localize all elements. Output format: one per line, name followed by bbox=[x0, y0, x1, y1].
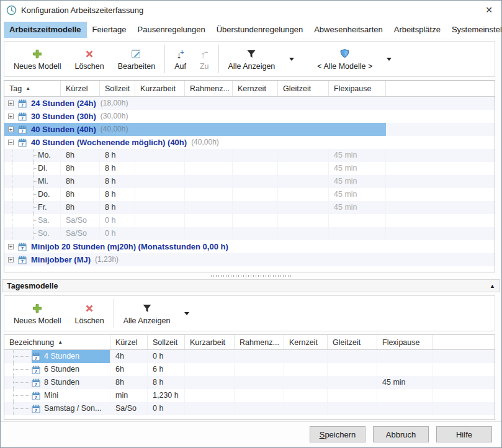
model-row[interactable]: +7Minijob 20 Stunden (mj20h) (Monatsstun… bbox=[4, 240, 495, 253]
column-header-rahmenz[interactable]: Rahmenz... bbox=[185, 81, 233, 96]
expand-box-icon[interactable]: + bbox=[8, 101, 14, 106]
row-main: Fr.8h8 h45 min bbox=[4, 201, 386, 214]
day-row[interactable]: Fr.8h8 h45 min bbox=[4, 201, 495, 214]
delete-model-label: Löschen bbox=[74, 62, 104, 71]
cell-kuerzel: 8h bbox=[61, 149, 100, 162]
column-header-kernzeit[interactable]: Kernzeit bbox=[284, 335, 328, 349]
tab-arbeitszeitmodelle[interactable]: Arbeitszeitmodelle bbox=[4, 22, 87, 38]
cell-sollzeit: 1,230 h bbox=[148, 389, 185, 402]
model-row[interactable]: −740 Stunden (Wochenende möglich) (40h)(… bbox=[4, 136, 495, 149]
cancel-button[interactable]: Abbruch bbox=[373, 426, 429, 442]
column-header-flexipause[interactable]: Flexipause bbox=[329, 81, 386, 96]
column-header-kurzarbeit[interactable]: Kurzarbeit bbox=[185, 335, 235, 349]
svg-text:7: 7 bbox=[35, 408, 37, 412]
collapse-box-icon[interactable]: − bbox=[8, 140, 14, 145]
cell-rahmenzeit bbox=[185, 188, 233, 201]
table-row[interactable]: 7Samstag / Son...Sa/So0 h bbox=[4, 402, 495, 415]
cell-sollzeit: 0 h bbox=[148, 350, 185, 363]
tab-feiertage[interactable]: Feiertage bbox=[87, 22, 132, 38]
cell-sollzeit: 8 h bbox=[100, 149, 135, 162]
save-button[interactable]: Speichern bbox=[310, 426, 365, 442]
column-header-tag[interactable]: Tag▲ bbox=[4, 81, 61, 96]
day-name: Di. bbox=[38, 164, 47, 172]
tab-abwesenheitsarten[interactable]: Abwesenheitsarten bbox=[308, 22, 388, 38]
model-row[interactable]: +740 Stunden (40h)(40,00h) bbox=[4, 123, 495, 136]
tab-systemeinstellungen[interactable]: Systemeinstellungen bbox=[446, 22, 502, 38]
column-header-sollzeit[interactable]: Sollzeit bbox=[148, 335, 185, 349]
cell-tag: Mi. bbox=[4, 175, 61, 188]
tab-bar: ArbeitszeitmodelleFeiertagePausenregelun… bbox=[1, 19, 501, 38]
tagesmodelle-table: Bezeichnung▲KürzelSollzeitKurzarbeitRahm… bbox=[4, 334, 495, 420]
delete-day-model-button[interactable]: Löschen bbox=[68, 297, 110, 329]
filter-button[interactable]: Alle Anzeigen bbox=[222, 43, 282, 75]
cell-gleitzeit bbox=[278, 162, 329, 175]
cell-flexipause bbox=[329, 227, 386, 240]
model-scope-dropdown-arrow-icon[interactable] bbox=[387, 58, 392, 61]
tagesmodelle-section-header[interactable]: Tagesmodelle ▲ bbox=[2, 279, 500, 292]
column-header-bezeichnung[interactable]: Bezeichnung▲ bbox=[4, 335, 110, 349]
expand-box-icon[interactable]: + bbox=[8, 114, 14, 119]
day-row[interactable]: Do.8h8 h45 min bbox=[4, 188, 495, 201]
delete-x-icon bbox=[84, 302, 94, 315]
table-row[interactable]: 76 Stunden6h6 h bbox=[4, 363, 495, 376]
expand-box-icon[interactable]: + bbox=[8, 257, 14, 262]
delete-model-button[interactable]: Löschen bbox=[68, 43, 110, 75]
day-filter-dropdown-arrow-icon[interactable] bbox=[184, 312, 189, 315]
column-header-label: Flexipause bbox=[334, 84, 371, 93]
cell-rahmenzeit bbox=[235, 350, 284, 363]
model-row[interactable]: +7Minijobber (MJ)(1,23h) bbox=[4, 253, 495, 266]
row-main: −740 Stunden (Wochenende möglich) (40h)(… bbox=[4, 136, 386, 149]
cell-kernzeit bbox=[284, 402, 328, 415]
tab-ueberstundenregelungen[interactable]: Überstundenregelungen bbox=[211, 22, 309, 38]
splitter[interactable] bbox=[1, 272, 501, 279]
cell-tag: Do. bbox=[4, 188, 61, 201]
day-row[interactable]: Mi.8h8 h45 min bbox=[4, 175, 495, 188]
day-row[interactable]: So.Sa/So0 h bbox=[4, 227, 495, 240]
model-row[interactable]: +730 Stunden (30h)(30,00h) bbox=[4, 110, 495, 123]
column-header-label: Bezeichnung bbox=[9, 338, 54, 347]
column-header-kuerzel[interactable]: Kürzel bbox=[61, 81, 100, 96]
row-filler bbox=[386, 123, 495, 136]
cell-tag: Di. bbox=[4, 162, 61, 175]
filter-dropdown-arrow-icon[interactable] bbox=[289, 58, 294, 61]
row-main: Do.8h8 h45 min bbox=[4, 188, 386, 201]
day-name: Mi. bbox=[38, 177, 48, 186]
new-model-button[interactable]: Neues Modell bbox=[7, 43, 68, 75]
table-row[interactable]: 74 Stunden4h0 h bbox=[4, 350, 495, 363]
tree-guide-line bbox=[34, 155, 37, 156]
column-header-kuerzel[interactable]: Kürzel bbox=[110, 335, 148, 349]
expand-box-icon[interactable]: + bbox=[8, 244, 14, 249]
model-hours: (18,00h) bbox=[101, 97, 128, 110]
column-header-label: Kürzel bbox=[66, 84, 87, 93]
day-row[interactable]: Sa.Sa/So0 h bbox=[4, 214, 495, 227]
column-header-gleitzeit[interactable]: Gleitzeit bbox=[328, 335, 377, 349]
day-filter-button[interactable]: Alle Anzeigen bbox=[117, 297, 177, 329]
splitter-handle-icon[interactable] bbox=[211, 275, 292, 277]
column-header-sollzeit[interactable]: Sollzeit bbox=[100, 81, 135, 96]
help-button[interactable]: Hilfe bbox=[436, 426, 492, 442]
column-header-kernzeit[interactable]: Kernzeit bbox=[233, 81, 278, 96]
edit-model-button[interactable]: Bearbeiten bbox=[111, 43, 162, 75]
tab-arbeitsplaetze[interactable]: Arbeitsplätze bbox=[388, 22, 446, 38]
table-row[interactable]: 78 Stunden8h8 h45 min bbox=[4, 376, 495, 389]
new-day-model-button[interactable]: Neues Modell bbox=[7, 297, 68, 329]
column-header-kurzarbeit[interactable]: Kurzarbeit bbox=[135, 81, 185, 96]
edit-notepad-icon bbox=[130, 48, 142, 60]
expand-box-icon[interactable]: + bbox=[8, 127, 14, 132]
model-row[interactable]: +724 Stunden (24h)(18,00h) bbox=[4, 97, 495, 110]
column-header-gleitzeit[interactable]: Gleitzeit bbox=[278, 81, 329, 96]
cell-kurzarbeit bbox=[185, 389, 235, 402]
tab-pausenregelungen[interactable]: Pausenregelungen bbox=[132, 22, 211, 38]
model-scope-button[interactable]: < Alle Modelle > bbox=[310, 43, 379, 75]
tree-guide-line bbox=[13, 369, 30, 370]
open-all-button[interactable]: ↓+ Auf bbox=[168, 43, 193, 75]
column-header-label: Kurzarbeit bbox=[190, 338, 225, 347]
table-row[interactable]: 7Minimin1,230 h bbox=[4, 389, 495, 402]
day-row[interactable]: Di.8h8 h45 min bbox=[4, 162, 495, 175]
day-row[interactable]: Mo.8h8 h45 min bbox=[4, 149, 495, 162]
column-header-flexipause[interactable]: Flexipause bbox=[377, 335, 433, 349]
collapse-section-icon[interactable]: ▲ bbox=[490, 283, 495, 289]
row-main: 74 Stunden4h0 h bbox=[4, 350, 433, 363]
close-icon[interactable]: ✕ bbox=[482, 3, 496, 17]
column-header-rahmenz[interactable]: Rahmenz... bbox=[235, 335, 284, 349]
